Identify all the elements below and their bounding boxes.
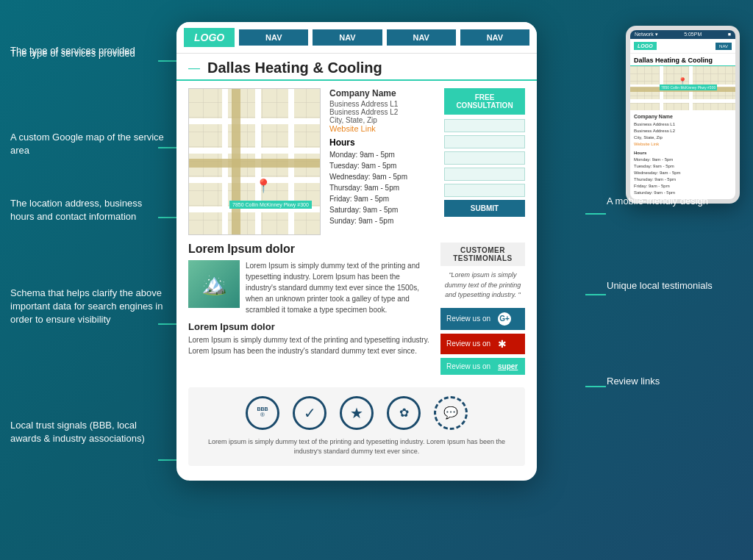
nav-item-3[interactable]: NAV: [387, 29, 456, 46]
review-google-label: Review us on: [446, 315, 490, 323]
main-mockup: LOGO NAV NAV NAV NAV — Dallas Heating & …: [176, 22, 537, 481]
form-field-1[interactable]: [444, 119, 525, 132]
testimonials-header: CUSTOMER TESTIMONIALS: [440, 243, 525, 266]
mobile-company-info: Company Name Business Address L1 Busines…: [630, 110, 735, 199]
annotation-schema-text: Schema that helps clarify the above impo…: [10, 287, 168, 327]
chat-badge: 💬: [434, 396, 468, 430]
company-info: Company Name Business Address L1 Busines…: [329, 88, 435, 235]
annotation-location-text: The location address, business hours and…: [10, 197, 168, 223]
connector-right-2: [585, 294, 606, 295]
mobile-page-title: Dallas Heating & Cooling: [630, 54, 735, 66]
hours-list: Monday: 9am - 5pmTuesday: 9am - 5pmWedne…: [329, 149, 435, 226]
mockup-logo: LOGO: [184, 28, 235, 47]
annotation-services-text: The type of services provided: [10, 47, 168, 60]
mobile-pin-label: 7850 Collin McKinney Pkwy #300: [660, 85, 717, 90]
review-google-button[interactable]: Review us on G+: [440, 308, 525, 330]
trust-section: BBB ® ✓ ★ ✿ 💬 Lorem ipsum is simply dumm…: [188, 387, 525, 466]
star-badge: ★: [340, 396, 374, 430]
mountain-icon: 🏔️: [201, 272, 227, 296]
content-area: 📍 7850 Collin McKinney Pkwy #300 Company…: [176, 81, 537, 243]
yelp-icon: ✱: [498, 338, 507, 350]
connector-right-3: [585, 386, 606, 387]
super-icon: super: [498, 362, 518, 370]
lorem-section: Lorem Ipsum dolor 🏔️ Lorem Ipsum is simp…: [188, 243, 432, 378]
map-pin-label: 7850 Collin McKinney Pkwy #300: [229, 201, 312, 209]
nav-item-4[interactable]: NAV: [460, 29, 529, 46]
form-field-3[interactable]: [444, 151, 525, 165]
nav-item-2[interactable]: NAV: [313, 29, 382, 46]
mobile-mockup: Network ▾ 5:05PM ■ LOGO NAV Dallas Heati…: [626, 26, 740, 204]
mockup-navbar: LOGO NAV NAV NAV NAV: [176, 22, 537, 54]
testimonials-area: Lorem Ipsum dolor 🏔️ Lorem Ipsum is simp…: [176, 243, 537, 378]
mobile-logo: LOGO: [634, 42, 657, 50]
form-field-5[interactable]: [444, 184, 525, 197]
annotation-map-text: A custom Google map of the service area: [10, 131, 168, 157]
google-map: 📍 7850 Collin McKinney Pkwy #300: [188, 88, 321, 235]
review-super-button[interactable]: Review us on super: [440, 358, 525, 375]
annotation-testimonials: Unique local testimonials: [607, 279, 743, 292]
annotation-mobile: A mobile-friendly design: [607, 195, 743, 208]
map-pin: 📍: [255, 178, 271, 194]
bbb-icon: BBB ®: [246, 396, 279, 430]
review-yelp-label: Review us on: [446, 340, 490, 348]
submit-button[interactable]: SUBMIT: [444, 200, 525, 217]
mobile-nav-button[interactable]: NAV: [715, 43, 732, 50]
review-super-label: Review us on: [446, 362, 490, 370]
mobile-map: 📍 7850 Collin McKinney Pkwy #300: [630, 66, 735, 110]
lorem-thumbnail: 🏔️: [188, 260, 240, 308]
mobile-navbar: LOGO NAV: [630, 39, 735, 54]
connector-right-1: [585, 213, 606, 215]
testimonials-quote: "Lorem ipsum is simply dummy text of the…: [440, 270, 525, 301]
google-plus-icon: G+: [498, 312, 511, 326]
trust-text: Lorem ipsum is simply dummy text of the …: [197, 437, 516, 457]
nav-item-1[interactable]: NAV: [239, 29, 308, 46]
mobile-status-bar: Network ▾ 5:05PM ■: [630, 30, 735, 39]
review-yelp-button[interactable]: Review us on ✱: [440, 334, 525, 354]
page-title: Dallas Heating & Cooling: [207, 60, 382, 76]
checkmark-badge: ✓: [293, 396, 326, 430]
flower-badge: ✿: [387, 396, 421, 430]
annotation-reviews: Review links: [607, 375, 743, 388]
form-field-4[interactable]: [444, 168, 525, 181]
testimonials-box: CUSTOMER TESTIMONIALS "Lorem ipsum is si…: [440, 243, 525, 378]
consultation-form: FREE CONSULTATION SUBMIT: [444, 88, 525, 235]
annotation-trust-text: Local trust signals (BBB, local awards &…: [10, 419, 168, 445]
form-field-2[interactable]: [444, 135, 525, 148]
cta-button[interactable]: FREE CONSULTATION: [444, 88, 525, 115]
